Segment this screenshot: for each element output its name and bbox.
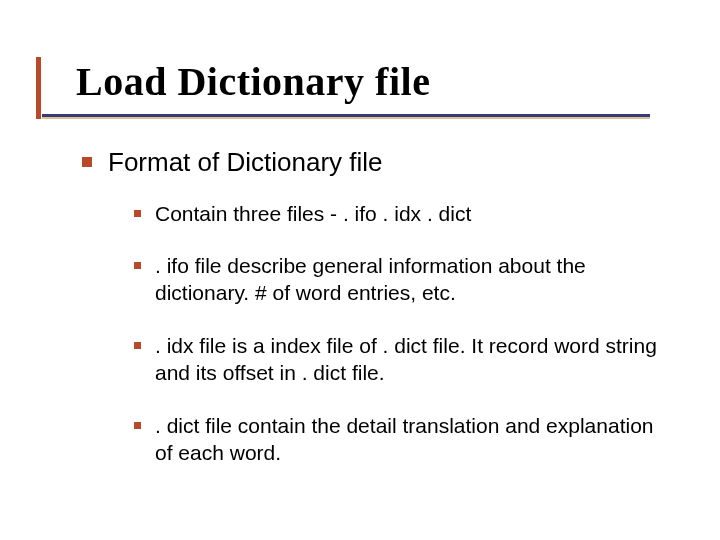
square-bullet-icon xyxy=(134,342,141,349)
square-bullet-icon xyxy=(82,157,92,167)
slide: Load Dictionary file Format of Dictionar… xyxy=(0,0,720,540)
list-item: Format of Dictionary file xyxy=(82,146,670,179)
level2-text: Contain three files - . ifo . idx . dict xyxy=(155,201,471,228)
list-item: Contain three files - . ifo . idx . dict xyxy=(134,201,670,228)
list-item: . dict file contain the detail translati… xyxy=(134,413,670,467)
square-bullet-icon xyxy=(134,422,141,429)
level2-text: . ifo file describe general information … xyxy=(155,253,670,307)
slide-title: Load Dictionary file xyxy=(76,58,680,105)
level2-list: Contain three files - . ifo . idx . dict… xyxy=(134,201,670,467)
square-bullet-icon xyxy=(134,262,141,269)
level2-text: . dict file contain the detail translati… xyxy=(155,413,670,467)
square-bullet-icon xyxy=(134,210,141,217)
list-item: . ifo file describe general information … xyxy=(134,253,670,307)
level1-text: Format of Dictionary file xyxy=(108,146,383,179)
level2-text: . idx file is a index file of . dict fil… xyxy=(155,333,670,387)
title-underline-light xyxy=(42,117,650,119)
slide-body: Format of Dictionary file Contain three … xyxy=(82,146,670,493)
title-area: Load Dictionary file xyxy=(76,58,680,113)
list-item: . idx file is a index file of . dict fil… xyxy=(134,333,670,387)
title-accent-bar xyxy=(36,57,41,119)
